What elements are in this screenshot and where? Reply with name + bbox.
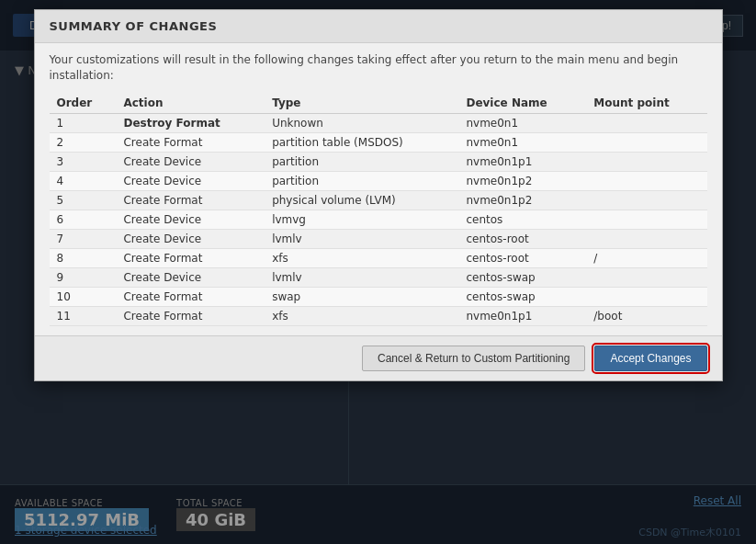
cell-order: 6: [50, 210, 117, 229]
cell-mount: /boot: [586, 306, 706, 325]
modal-description: Your customizations will result in the f…: [50, 52, 707, 84]
cell-action: Create Format: [116, 248, 265, 267]
cell-device: nvme0n1: [458, 132, 586, 152]
table-row: 7Create Devicelvmlvcentos-root: [50, 229, 707, 248]
cell-type: physical volume (LVM): [265, 190, 458, 210]
cell-order: 2: [50, 132, 117, 152]
cell-mount: /: [586, 248, 706, 267]
cell-order: 1: [50, 113, 117, 132]
cell-device: centos-swap: [458, 267, 586, 287]
table-row: 9Create Devicelvmlvcentos-swap: [50, 267, 707, 287]
cell-device: nvme0n1p2: [458, 190, 586, 210]
modal-header-title: SUMMARY OF CHANGES: [50, 19, 218, 33]
col-device: Device Name: [458, 93, 586, 114]
modal-overlay: SUMMARY OF CHANGES Your customizations w…: [0, 0, 756, 544]
table-row: 4Create Devicepartitionnvme0n1p2: [50, 171, 707, 190]
cell-mount: [586, 171, 706, 190]
table-row: 8Create Formatxfscentos-root/: [50, 248, 707, 267]
cancel-button[interactable]: Cancel & Return to Custom Partitioning: [362, 346, 585, 371]
cell-order: 4: [50, 171, 117, 190]
cell-order: 9: [50, 267, 117, 287]
col-order: Order: [50, 93, 117, 114]
cell-type: xfs: [265, 306, 458, 325]
cell-order: 3: [50, 152, 117, 171]
cell-device: centos: [458, 210, 586, 229]
modal-footer: Cancel & Return to Custom Partitioning A…: [35, 335, 722, 380]
cell-action: Destroy Format: [116, 113, 265, 132]
cell-order: 10: [50, 287, 117, 306]
summary-modal: SUMMARY OF CHANGES Your customizations w…: [34, 9, 723, 381]
cell-mount: [586, 210, 706, 229]
col-type: Type: [265, 93, 458, 114]
modal-body: Your customizations will result in the f…: [35, 43, 722, 335]
cell-device: nvme0n1p1: [458, 152, 586, 171]
cell-action: Create Format: [116, 287, 265, 306]
cell-mount: [586, 113, 706, 132]
table-row: 3Create Devicepartitionnvme0n1p1: [50, 152, 707, 171]
cell-device: nvme0n1p1: [458, 306, 586, 325]
cell-order: 8: [50, 248, 117, 267]
table-row: 5Create Formatphysical volume (LVM)nvme0…: [50, 190, 707, 210]
cell-type: xfs: [265, 248, 458, 267]
cell-action: Create Format: [116, 132, 265, 152]
table-row: 1Destroy FormatUnknownnvme0n1: [50, 113, 707, 132]
cell-mount: [586, 152, 706, 171]
changes-table: Order Action Type Device Name Mount poin…: [50, 93, 707, 326]
cell-type: Unknown: [265, 113, 458, 132]
cell-mount: [586, 229, 706, 248]
cell-type: partition: [265, 152, 458, 171]
cell-type: partition table (MSDOS): [265, 132, 458, 152]
cell-device: centos-root: [458, 229, 586, 248]
table-row: 2Create Formatpartition table (MSDOS)nvm…: [50, 132, 707, 152]
cell-order: 11: [50, 306, 117, 325]
cell-order: 5: [50, 190, 117, 210]
cell-mount: [586, 190, 706, 210]
cell-action: Create Device: [116, 171, 265, 190]
cell-action: Create Device: [116, 152, 265, 171]
cell-type: partition: [265, 171, 458, 190]
cell-type: lvmlv: [265, 267, 458, 287]
accept-changes-button[interactable]: Accept Changes: [594, 346, 706, 371]
cell-action: Create Device: [116, 229, 265, 248]
cell-action: Create Device: [116, 267, 265, 287]
cell-device: centos-root: [458, 248, 586, 267]
cell-device: nvme0n1p2: [458, 171, 586, 190]
cell-action: Create Format: [116, 306, 265, 325]
cell-mount: [586, 132, 706, 152]
col-action: Action: [116, 93, 265, 114]
cell-type: lvmvg: [265, 210, 458, 229]
table-row: 10Create Formatswapcentos-swap: [50, 287, 707, 306]
table-row: 11Create Formatxfsnvme0n1p1/boot: [50, 306, 707, 325]
cell-mount: [586, 287, 706, 306]
modal-header: SUMMARY OF CHANGES: [35, 10, 722, 43]
cell-type: lvmlv: [265, 229, 458, 248]
cell-device: nvme0n1: [458, 113, 586, 132]
cell-order: 7: [50, 229, 117, 248]
cell-action: Create Device: [116, 210, 265, 229]
cell-type: swap: [265, 287, 458, 306]
cell-device: centos-swap: [458, 287, 586, 306]
table-row: 6Create Devicelvmvgcentos: [50, 210, 707, 229]
cell-mount: [586, 267, 706, 287]
cell-action: Create Format: [116, 190, 265, 210]
col-mount: Mount point: [586, 93, 706, 114]
